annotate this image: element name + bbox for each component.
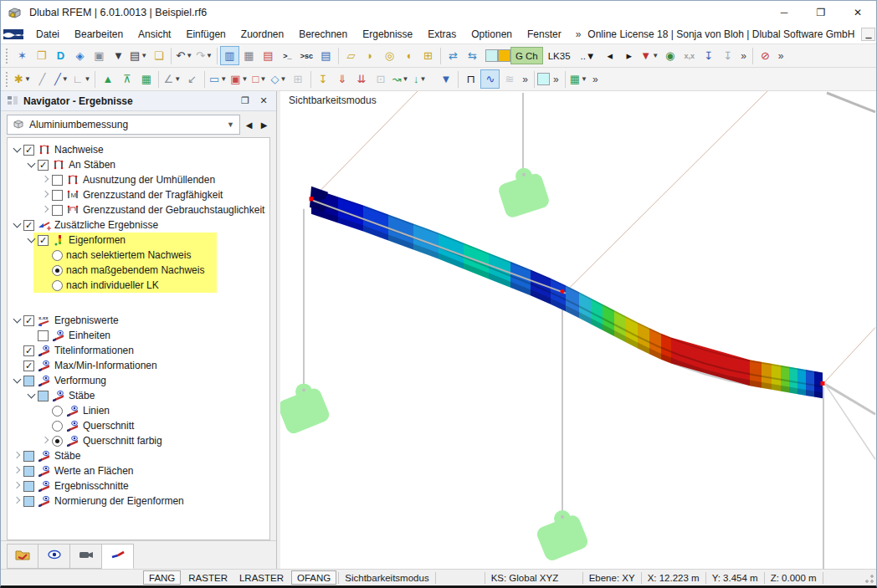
tree-item-label[interactable]: Einheiten — [69, 330, 110, 341]
dropdown-arrow-icon[interactable]: ▼ — [402, 75, 408, 83]
toolbar-overflow-1[interactable]: » — [737, 50, 750, 62]
new-member-load-button[interactable]: ⇓ — [333, 69, 352, 89]
new-line-support-button[interactable]: ⊼ — [117, 69, 136, 89]
tab-data[interactable] — [7, 544, 38, 569]
render-swatch-orange-icon[interactable] — [498, 49, 510, 62]
checkbox-checked[interactable]: ✓ — [23, 315, 34, 326]
checkbox-partial[interactable] — [23, 496, 34, 507]
expander-open-icon[interactable] — [11, 144, 23, 156]
expander-open-icon[interactable] — [11, 219, 23, 231]
checkbox-checked[interactable]: ✓ — [38, 160, 49, 171]
extrude-tool-button[interactable]: ⊞ — [289, 69, 308, 89]
new-solid-load-button[interactable]: ⊡ — [372, 69, 391, 89]
tree-item-label[interactable]: Ergebniswerte — [54, 314, 119, 326]
dropdown-arrow-icon[interactable]: ▼ — [24, 75, 31, 83]
hide-deformation-values-button[interactable]: ↧ — [718, 46, 737, 65]
new-node-button[interactable]: ✱▼ — [13, 69, 33, 89]
radio-on[interactable] — [52, 436, 63, 447]
viewport-3d[interactable]: Sichtbarkeitsmodus — [280, 91, 876, 569]
checkbox-checked[interactable]: ✓ — [23, 145, 34, 156]
menu-berechnen[interactable]: Berechnen — [291, 26, 355, 43]
tree-item-label[interactable]: nach maßgebendem Nachweis — [66, 264, 204, 276]
tree-item-label[interactable]: An Stäben — [69, 159, 115, 171]
tree-item-label[interactable]: Querschnitt farbig — [83, 435, 162, 447]
new-opening-button[interactable]: ▣▼ — [228, 69, 249, 89]
expander-closed-icon[interactable] — [39, 435, 52, 447]
menu-zuordnen[interactable]: Zuordnen — [233, 26, 291, 43]
tree-item-label[interactable]: Titelinformationen — [54, 345, 134, 356]
open-model-button[interactable]: ❐ — [32, 46, 51, 65]
dropdown-arrow-icon[interactable]: ▼ — [280, 75, 287, 83]
new-nodal-load-button[interactable]: ↧ — [314, 69, 333, 89]
tree-item-label[interactable]: nach individueller LK — [66, 279, 159, 291]
new-line-button[interactable]: ╱ — [33, 69, 52, 89]
dropdown-arrow-icon[interactable]: ▼ — [581, 75, 587, 83]
tree-item-label[interactable]: Normierung der Eigenformen — [54, 495, 184, 507]
render-swatch-cyan-icon[interactable] — [485, 49, 498, 62]
print-button[interactable]: ▤▼ — [128, 46, 149, 65]
redo-button[interactable]: ↷▼ — [194, 46, 214, 65]
dropdown-arrow-icon[interactable]: ▼ — [62, 75, 69, 83]
expander-closed-icon[interactable] — [11, 495, 23, 507]
snap-ofang[interactable]: OFANG — [291, 570, 336, 585]
undo-button[interactable]: ↶▼ — [174, 46, 194, 65]
checkbox-partial[interactable] — [23, 466, 34, 477]
tree-item-label[interactable]: Nachweise — [54, 144, 104, 156]
mdi-minimize-button[interactable]: ▁ — [861, 28, 875, 41]
tree-item-label[interactable]: Stäbe — [54, 450, 80, 462]
new-model-button[interactable]: ✶ — [13, 46, 32, 65]
node-marker[interactable] — [561, 289, 565, 294]
previous-loadcase-button[interactable]: ◂ — [600, 46, 619, 65]
tables-button[interactable]: ▥ — [220, 46, 239, 65]
checkbox-unchecked[interactable] — [52, 190, 63, 201]
navigator-close-button[interactable]: ✕ — [257, 95, 270, 106]
dropdown-arrow-icon[interactable]: ▼ — [206, 52, 213, 59]
new-printout-report-button[interactable]: ❏ — [149, 46, 168, 65]
tab-views[interactable] — [70, 544, 102, 569]
expander-open-icon[interactable] — [25, 390, 38, 401]
tree-item-label[interactable]: Ausnutzung der Umhüllenden — [83, 174, 215, 186]
select-cloud-button[interactable]: ◖ — [399, 46, 418, 65]
dropdown-arrow-icon[interactable]: ▼ — [652, 52, 659, 59]
checkbox-partial[interactable] — [23, 376, 34, 386]
dropdown-arrow-icon[interactable]: ▼ — [242, 75, 249, 83]
tree-item-label[interactable]: Grenzzustand der Gebrauchstauglichkeit — [83, 204, 264, 216]
dropdown-arrow-icon[interactable]: ▼ — [259, 75, 266, 83]
tree-item-label[interactable]: Max/Min-Informationen — [54, 360, 157, 371]
dropdown-arrow-icon[interactable]: ▼ — [174, 75, 181, 83]
new-nodal-support-button[interactable]: ▲ — [98, 69, 117, 89]
expander-closed-icon[interactable] — [39, 174, 52, 186]
menu-overflow[interactable]: » — [569, 28, 588, 40]
menu-extras[interactable]: Extras — [420, 26, 464, 43]
dropdown-arrow-icon[interactable]: ▼ — [220, 75, 227, 83]
loadcase-combo[interactable]: LK35 — [543, 47, 576, 64]
scene-canvas[interactable] — [280, 91, 876, 569]
tree-item-label[interactable]: Verformung — [54, 375, 106, 386]
support-pad[interactable] — [535, 510, 590, 562]
more-loadcases-combo[interactable]: ..▼ — [576, 47, 601, 64]
menu-fenster[interactable]: Fenster — [520, 26, 569, 43]
render-surfaces-button[interactable]: ≋ — [500, 69, 519, 89]
new-surface-button[interactable]: ▭▼ — [208, 69, 228, 89]
results-funnel-button[interactable]: ▼ — [436, 69, 455, 89]
tree-item-label[interactable]: Linien — [83, 405, 110, 417]
tree-item-label[interactable]: Zusätzliche Ergebnisse — [54, 219, 158, 231]
expander-closed-icon[interactable] — [11, 465, 23, 477]
checkbox-unchecked[interactable] — [52, 205, 63, 216]
tab-results[interactable] — [102, 544, 134, 569]
toolbar-grip[interactable] — [6, 72, 9, 87]
view-combo-icon[interactable] — [537, 73, 550, 85]
toolbar-overflow-2[interactable]: » — [775, 50, 787, 62]
menu-ergebnisse[interactable]: Ergebnisse — [355, 26, 420, 43]
dropdown-arrow-icon[interactable]: ▼ — [141, 52, 147, 59]
expander-open-icon[interactable] — [11, 375, 23, 386]
tree-item-label[interactable]: Querschnitt — [83, 420, 134, 432]
radio-off[interactable] — [52, 406, 63, 417]
select-polygon-button[interactable]: ▱ — [341, 46, 361, 65]
toolbar-overflow-3[interactable]: » — [519, 74, 531, 85]
model-images-button[interactable]: ▣ — [90, 46, 109, 65]
radio-off[interactable] — [52, 280, 63, 291]
previous-arrow-button[interactable]: ◀ — [243, 115, 255, 134]
beam-mode-shape[interactable] — [310, 187, 823, 399]
node-marker[interactable] — [821, 381, 825, 386]
